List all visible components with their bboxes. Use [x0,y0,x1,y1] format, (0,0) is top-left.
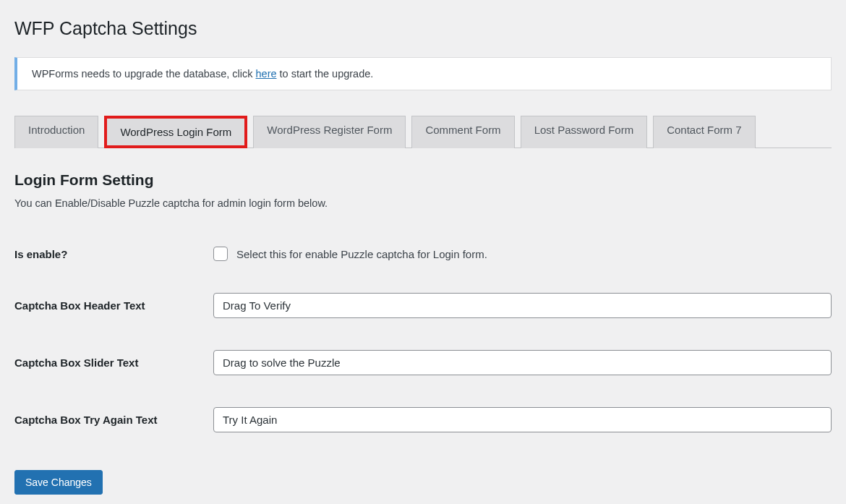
notice-suffix: to start the upgrade. [277,68,374,80]
section-title: Login Form Setting [14,148,832,197]
section-desc: You can Enable/Disable Puzzle captcha fo… [14,197,832,231]
tryagain-text-input[interactable] [213,407,832,432]
slider-text-label: Captcha Box Slider Text [14,356,213,369]
header-text-label: Captcha Box Header Text [14,299,213,312]
notice-link[interactable]: here [256,68,277,80]
page-title: WFP Captcha Settings [14,0,832,54]
save-button[interactable]: Save Changes [14,470,103,495]
enable-desc: Select this for enable Puzzle captcha fo… [236,248,487,260]
tab-lost-password-form[interactable]: Lost Password Form [521,116,648,148]
header-text-input[interactable] [213,293,832,318]
tab-contact-form-7[interactable]: Contact Form 7 [653,116,755,148]
tab-introduction[interactable]: Introduction [14,116,98,148]
notice-prefix: WPForms needs to upgrade the database, c… [32,68,256,80]
slider-text-input[interactable] [213,350,832,375]
enable-label: Is enable? [14,248,213,260]
tab-wordpress-register-form[interactable]: WordPress Register Form [253,116,406,148]
tab-comment-form[interactable]: Comment Form [411,116,514,148]
tryagain-text-label: Captcha Box Try Again Text [14,414,213,426]
enable-checkbox[interactable] [213,247,228,261]
tabs: Introduction WordPress Login Form WordPr… [14,105,832,148]
tab-wordpress-login-form[interactable]: WordPress Login Form [104,116,247,148]
upgrade-notice: WPForms needs to upgrade the database, c… [14,57,832,90]
